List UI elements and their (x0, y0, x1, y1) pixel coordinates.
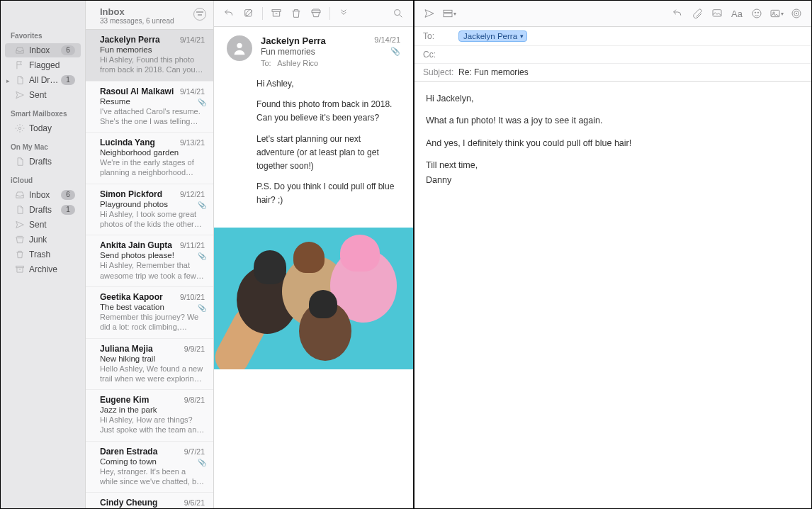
trash-icon[interactable] (287, 5, 305, 22)
junk-icon[interactable] (307, 5, 325, 22)
reader-from: Jackelyn Perra (261, 35, 366, 46)
sidebar: FavoritesInbox6Flagged▸All Drafts1SentSm… (1, 1, 86, 508)
message-row[interactable]: Jackelyn Perra9/14/21Fun memoriesHi Ashl… (86, 30, 213, 82)
message-preview: I've attached Carol's resume. She's the … (100, 106, 205, 127)
compose-body[interactable]: Hi Jackelyn,What a fun photo! It was a j… (415, 82, 811, 508)
compose-to-label: To: (423, 31, 458, 41)
reader-body-line: Let's start planning our next adventure … (256, 133, 400, 174)
sidebar-item-label: Archive (29, 264, 75, 274)
markup-icon[interactable] (787, 5, 806, 22)
message-row[interactable]: Cindy Cheung9/6/21Window Nook📎Hey Ashley… (86, 493, 213, 508)
attachment-icon: 📎 (198, 459, 206, 466)
compose-icon[interactable] (239, 5, 258, 22)
compose-cc-row[interactable]: Cc: (415, 46, 811, 64)
compose-pane: ▾ Aa ▾ To: Jackelyn Perra ▾ Cc: (415, 1, 811, 508)
sidebar-item-junk[interactable]: Junk (5, 233, 81, 247)
message-items[interactable]: Jackelyn Perra9/14/21Fun memoriesHi Ashl… (86, 30, 213, 508)
search-icon[interactable] (389, 5, 407, 22)
chevron-right-icon[interactable]: ▸ (6, 77, 10, 84)
message-date: 9/9/21 (184, 345, 205, 353)
compose-body-line[interactable]: Till next time, Danny (426, 158, 800, 189)
message-subject: Neighborhood garden (100, 148, 205, 157)
message-preview: Hi Ashley, I took some great photos of t… (100, 209, 205, 230)
sidebar-item-archive[interactable]: Archive (5, 262, 81, 276)
message-list-header: Inbox 33 messages, 6 unread (86, 1, 213, 30)
message-date: 9/6/21 (184, 498, 205, 507)
compose-body-line[interactable]: Hi Jackelyn, (426, 91, 800, 106)
svg-rect-3 (272, 10, 281, 12)
reader-subject: Fun memories (261, 47, 366, 57)
message-subject: Resume (100, 97, 205, 106)
filter-icon[interactable] (193, 8, 206, 21)
compose-to-row[interactable]: To: Jackelyn Perra ▾ (415, 27, 811, 46)
recipient-chip[interactable]: Jackelyn Perra ▾ (458, 30, 527, 42)
compose-body-line[interactable]: And yes, I definitely think you could pu… (426, 136, 800, 151)
photo-browser-icon[interactable]: ▾ (767, 5, 786, 22)
sidebar-item-inbox[interactable]: Inbox6 (5, 43, 81, 57)
message-date: 9/11/21 (180, 241, 205, 250)
message-row[interactable]: Lucinda Yang9/13/21Neighborhood gardenWe… (86, 133, 213, 184)
send-icon (15, 90, 25, 100)
format-icon[interactable]: Aa (728, 5, 746, 22)
message-row[interactable]: Simon Pickford9/12/21Playground photos📎H… (86, 184, 213, 236)
reader-to-line: To: Ashley Rico (261, 59, 366, 67)
count-badge: 1 (61, 205, 75, 215)
svg-point-17 (796, 13, 796, 13)
attachment-icon: 📎 (198, 252, 206, 260)
reader-attachment-image[interactable] (214, 228, 413, 369)
sidebar-item-sent[interactable]: Sent (5, 218, 81, 232)
message-date: 9/14/21 (180, 87, 205, 96)
svg-point-10 (752, 9, 761, 18)
message-preview: Hey, stranger. It's been a while since w… (100, 466, 205, 487)
message-row[interactable]: Eugene Kim9/8/21Jazz in the parkHi Ashle… (86, 390, 213, 442)
insert-image-icon[interactable] (708, 5, 726, 22)
reader-body-line: P.S. Do you think I could pull off blue … (256, 180, 400, 207)
svg-point-12 (757, 12, 758, 13)
sidebar-item-label: Trash (29, 250, 75, 259)
compose-subject-value[interactable]: Re: Fun memories (458, 67, 803, 77)
count-badge: 1 (61, 75, 75, 85)
reply-icon[interactable] (220, 5, 238, 22)
svg-rect-9 (713, 10, 721, 16)
sidebar-item-drafts[interactable]: Drafts1 (5, 203, 81, 217)
more-icon[interactable] (334, 5, 353, 22)
attach-icon[interactable] (688, 5, 706, 22)
compose-body-line[interactable]: What a fun photo! It was a joy to see it… (426, 113, 800, 128)
message-from: Juliana Mejia (100, 344, 181, 354)
compose-subject-row[interactable]: Subject: Re: Fun memories (415, 64, 811, 81)
send-icon[interactable] (420, 5, 439, 22)
sidebar-item-label: All Drafts (29, 75, 61, 85)
reader-to-value: Ashley Rico (277, 59, 318, 67)
reader-header: Jackelyn Perra Fun memories To: Ashley R… (214, 27, 413, 73)
header-fields-icon[interactable]: ▾ (440, 5, 458, 22)
reply-arrow-icon[interactable] (668, 5, 687, 22)
sidebar-item-trash[interactable]: Trash (5, 247, 81, 262)
emoji-icon[interactable] (748, 5, 766, 22)
svg-point-6 (237, 43, 242, 48)
message-row[interactable]: Daren Estrada9/7/21Coming to town📎Hey, s… (86, 442, 213, 493)
sidebar-item-sent[interactable]: Sent (5, 88, 81, 102)
sidebar-item-inbox[interactable]: Inbox6 (5, 188, 81, 202)
message-row[interactable]: Ankita Jain Gupta9/11/21Send photos plea… (86, 235, 213, 287)
chevron-down-icon[interactable]: ▾ (520, 33, 524, 40)
sidebar-item-all-drafts[interactable]: ▸All Drafts1 (5, 73, 81, 87)
gear-icon (15, 123, 25, 133)
sidebar-item-label: Drafts (29, 157, 75, 167)
sidebar-item-drafts[interactable]: Drafts (5, 155, 81, 169)
sidebar-section-label: On My Mac (1, 136, 85, 154)
message-from: Ankita Jain Gupta (100, 240, 177, 250)
inbox-icon (15, 45, 25, 55)
sidebar-item-today[interactable]: Today (5, 121, 81, 135)
message-preview: Hello Ashley, We found a new trail when … (100, 364, 205, 384)
sidebar-section-label: Smart Mailboxes (1, 103, 85, 121)
message-date: 9/8/21 (184, 396, 205, 404)
archive-icon[interactable] (267, 5, 286, 22)
reader-date: 9/14/21 (374, 35, 400, 44)
attachment-icon: 📎 (198, 99, 206, 106)
message-row[interactable]: Geetika Kapoor9/10/21The best vacation📎R… (86, 287, 213, 339)
message-from: Simon Pickford (100, 189, 177, 199)
svg-rect-4 (312, 11, 320, 13)
message-row[interactable]: Rasoul Al Malkawi9/14/21Resume📎I've atta… (86, 82, 213, 133)
sidebar-item-flagged[interactable]: Flagged (5, 58, 81, 72)
message-row[interactable]: Juliana Mejia9/9/21New hiking trailHello… (86, 339, 213, 391)
